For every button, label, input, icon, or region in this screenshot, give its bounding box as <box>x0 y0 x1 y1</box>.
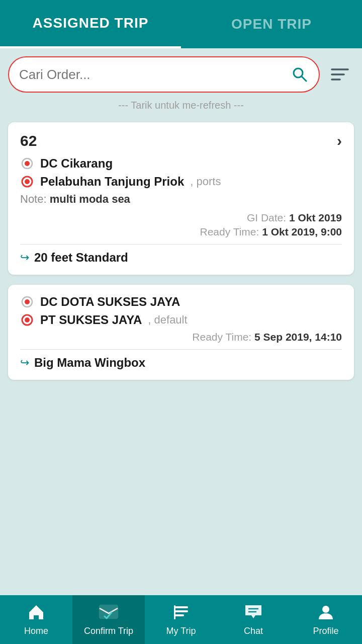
pull-refresh-hint: --- Tarik untuk me-refresh --- <box>0 95 362 118</box>
destination-name-2: PT SUKSES JAYA <box>40 313 142 327</box>
nav-my-trip-label: My Trip <box>166 626 196 636</box>
tab-assigned-trip-label: ASSIGNED TRIP <box>33 15 149 31</box>
pull-refresh-text: --- Tarik untuk me-refresh --- <box>118 100 244 111</box>
origin-row-1: DC Cikarang <box>20 156 342 171</box>
destination-dot-icon-1 <box>20 175 34 189</box>
filter-icon <box>330 65 350 84</box>
gi-date-value-1: 1 Okt 2019 <box>289 212 342 223</box>
truck-row-1: ↪ 20 feet Standard <box>20 251 342 265</box>
note-value-1: multi moda sea <box>50 193 130 205</box>
nav-profile[interactable]: Profile <box>290 595 362 644</box>
svg-rect-14 <box>174 606 188 608</box>
destination-tag-1: , ports <box>190 175 221 188</box>
note-row-1: Note: multi moda sea <box>20 193 342 206</box>
svg-line-1 <box>302 76 306 81</box>
cards-area: 62 › DC Cikarang Pelabuhan Tanjung Priok… <box>0 118 362 595</box>
card-divider-1 <box>20 244 342 245</box>
tab-assigned-trip[interactable]: ASSIGNED TRIP <box>0 0 181 48</box>
trip-card-2[interactable]: DC DOTA SUKSES JAYA PT SUKSES JAYA , def… <box>8 285 354 380</box>
nav-chat[interactable]: Chat <box>217 595 290 644</box>
search-input[interactable] <box>19 67 291 83</box>
destination-row-1: Pelabuhan Tanjung Priok , ports <box>20 175 342 189</box>
header: ASSIGNED TRIP OPEN TRIP <box>0 0 362 48</box>
ready-time-label-1: Ready Time: <box>200 226 259 237</box>
trip-number-1: 62 <box>20 132 37 149</box>
ready-time-value-2: 5 Sep 2019, 14:10 <box>254 331 342 343</box>
truck-label-1: 20 feet Standard <box>34 251 128 265</box>
nav-profile-label: Profile <box>313 626 338 636</box>
destination-row-2: PT SUKSES JAYA , default <box>20 313 342 327</box>
gi-date-row-1: GI Date: 1 Okt 2019 <box>20 212 342 224</box>
home-icon <box>27 603 45 624</box>
svg-point-8 <box>25 179 30 184</box>
ready-time-value-1: 1 Okt 2019, 9:00 <box>262 226 342 237</box>
gi-date-label-1: GI Date: <box>247 212 286 223</box>
search-icon <box>291 65 309 84</box>
origin-dot-icon-2 <box>20 295 34 309</box>
origin-row-2: DC DOTA SUKSES JAYA <box>20 295 342 309</box>
search-box <box>8 56 320 93</box>
destination-tag-2: , default <box>148 313 187 327</box>
bottom-nav: Home Confirm Trip My Trip <box>0 595 362 644</box>
destination-dot-icon-2 <box>20 313 34 327</box>
search-button[interactable] <box>291 65 309 84</box>
origin-dot-icon-1 <box>20 156 34 171</box>
card-header-row-1: 62 › <box>20 132 342 149</box>
svg-rect-15 <box>174 610 188 612</box>
svg-point-10 <box>25 299 30 304</box>
tab-open-trip[interactable]: OPEN TRIP <box>181 0 362 48</box>
truck-arrow-icon-1: ↪ <box>20 251 29 264</box>
nav-confirm-trip-label: Confirm Trip <box>84 626 133 636</box>
svg-point-12 <box>25 317 30 323</box>
svg-point-20 <box>322 606 329 613</box>
origin-name-1: DC Cikarang <box>40 156 113 171</box>
nav-my-trip[interactable]: My Trip <box>145 595 217 644</box>
svg-point-6 <box>25 161 30 166</box>
truck-row-2: ↪ Big Mama Wingbox <box>20 356 342 370</box>
card-divider-2 <box>20 349 342 350</box>
filter-button[interactable] <box>326 61 354 88</box>
svg-rect-17 <box>174 605 175 619</box>
ready-time-label-2: Ready Time: <box>192 331 251 343</box>
origin-name-2: DC DOTA SUKSES JAYA <box>40 295 180 309</box>
truck-label-2: Big Mama Wingbox <box>34 356 145 370</box>
nav-chat-label: Chat <box>244 626 263 636</box>
profile-icon <box>317 603 335 624</box>
destination-name-1: Pelabuhan Tanjung Priok <box>40 175 184 189</box>
trip-card-1[interactable]: 62 › DC Cikarang Pelabuhan Tanjung Priok… <box>8 122 354 275</box>
nav-home-label: Home <box>24 626 48 636</box>
confirm-trip-icon <box>99 603 119 624</box>
truck-arrow-icon-2: ↪ <box>20 356 29 369</box>
nav-confirm-trip[interactable]: Confirm Trip <box>72 595 145 644</box>
search-area <box>0 48 362 95</box>
chat-icon <box>243 603 263 624</box>
my-trip-icon <box>172 603 190 624</box>
trip-chevron-1: › <box>337 132 342 149</box>
ready-time-row-1: Ready Time: 1 Okt 2019, 9:00 <box>20 226 342 238</box>
ready-time-row-2: Ready Time: 5 Sep 2019, 14:10 <box>20 331 342 343</box>
tab-open-trip-label: OPEN TRIP <box>231 16 312 32</box>
nav-home[interactable]: Home <box>0 595 72 644</box>
